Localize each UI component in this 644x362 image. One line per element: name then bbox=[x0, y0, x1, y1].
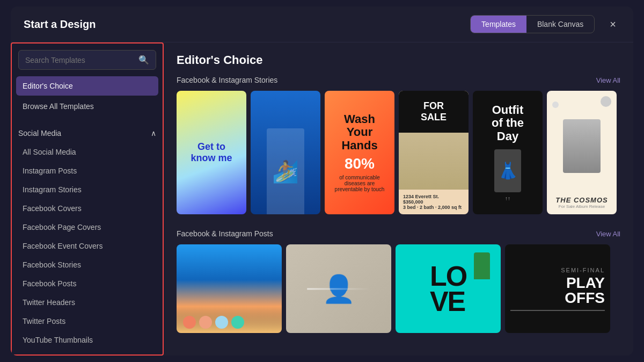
blank-canvas-tab[interactable]: Blank Canvas bbox=[526, 16, 594, 33]
stories-template-grid: Get toknow me 🏄 WashYourHands 80% of com… bbox=[177, 91, 620, 214]
sidebar-item-instagram-posts[interactable]: Instagram Posts bbox=[16, 162, 158, 180]
post-template-1[interactable] bbox=[177, 244, 282, 333]
stories-section-label: Facebook & Instagram Stories bbox=[177, 76, 277, 84]
sidebar-item-all-social[interactable]: All Social Media bbox=[16, 143, 158, 161]
stories-view-all[interactable]: View All bbox=[596, 76, 620, 84]
story-template-3[interactable]: WashYourHands 80% of communicable diseas… bbox=[325, 91, 394, 214]
sidebar-nav: Editor's Choice Browse All Templates bbox=[12, 76, 163, 117]
sidebar-item-facebook-posts[interactable]: Facebook Posts bbox=[16, 274, 158, 293]
story-template-4[interactable]: FORSALE 1234 Everett St.$350,0003 bed · … bbox=[399, 91, 469, 214]
chevron-up-icon bbox=[151, 129, 156, 137]
modal-title: Start a Design bbox=[24, 18, 470, 31]
modal-header: Start a Design Templates Blank Canvas × bbox=[11, 6, 633, 42]
nav-item-editors-choice[interactable]: Editor's Choice bbox=[16, 76, 158, 96]
posts-section-label: Facebook & Instagram Posts bbox=[177, 229, 273, 238]
sidebar-item-youtube-thumbnails[interactable]: YouTube Thumbnails bbox=[16, 331, 158, 349]
post-template-2[interactable]: 👤 bbox=[286, 244, 391, 333]
page-title: Editor's Choice bbox=[177, 53, 620, 67]
modal-body: 🔍 Editor's Choice Browse All Templates S… bbox=[11, 42, 633, 356]
story-template-2[interactable]: 🏄 bbox=[251, 91, 320, 214]
sidebar: 🔍 Editor's Choice Browse All Templates S… bbox=[11, 42, 164, 356]
stories-section-header: Facebook & Instagram Stories View All bbox=[177, 76, 620, 84]
story-template-1[interactable]: Get toknow me bbox=[177, 91, 246, 214]
tab-group: Templates Blank Canvas bbox=[470, 15, 595, 33]
search-input[interactable] bbox=[25, 56, 138, 64]
sidebar-item-facebook-page-covers[interactable]: Facebook Page Covers bbox=[16, 218, 158, 236]
templates-tab[interactable]: Templates bbox=[471, 16, 526, 33]
posts-view-all[interactable]: View All bbox=[596, 230, 620, 238]
story-template-6[interactable]: THE COSMOS For Sale Album Release bbox=[547, 91, 617, 214]
close-button[interactable]: × bbox=[605, 17, 620, 32]
post-template-4[interactable]: SEMI-FINAL PLAYOFFS bbox=[505, 244, 610, 333]
sidebar-item-facebook-covers[interactable]: Facebook Covers bbox=[16, 199, 158, 218]
social-media-items: All Social Media Instagram Posts Instagr… bbox=[12, 143, 163, 349]
start-design-modal: Start a Design Templates Blank Canvas × … bbox=[11, 6, 633, 356]
sidebar-item-instagram-stories[interactable]: Instagram Stories bbox=[16, 180, 158, 199]
sidebar-item-twitter-posts[interactable]: Twitter Posts bbox=[16, 312, 158, 330]
sidebar-item-facebook-stories[interactable]: Facebook Stories bbox=[16, 256, 158, 274]
sidebar-item-facebook-event-covers[interactable]: Facebook Event Covers bbox=[16, 237, 158, 255]
main-content: Editor's Choice Facebook & Instagram Sto… bbox=[164, 42, 633, 356]
post-template-3[interactable]: LOVE bbox=[396, 244, 501, 333]
sidebar-item-twitter-headers[interactable]: Twitter Headers bbox=[16, 293, 158, 312]
nav-item-browse-all[interactable]: Browse All Templates bbox=[16, 97, 158, 116]
search-icon: 🔍 bbox=[138, 55, 149, 65]
story-template-5[interactable]: Outfitof theDay 👗 ↑↑ bbox=[473, 91, 543, 214]
social-media-header[interactable]: Social Media bbox=[12, 124, 163, 143]
posts-section-header: Facebook & Instagram Posts View All bbox=[177, 229, 620, 238]
posts-template-grid: 👤 LOVE SEMI-FINAL PLAYOFFS bbox=[177, 244, 620, 333]
social-media-section: Social Media All Social Media Instagram … bbox=[12, 124, 163, 350]
search-box[interactable]: 🔍 bbox=[18, 50, 156, 70]
